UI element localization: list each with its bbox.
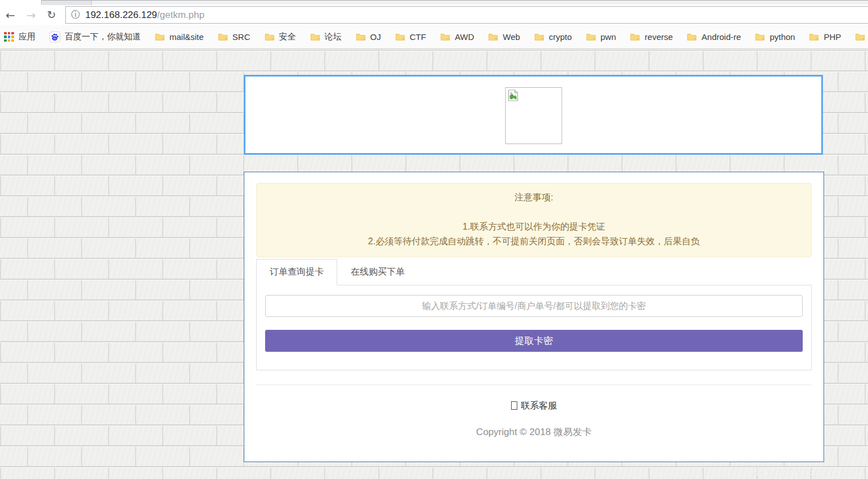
page-background-brick-wall: 注意事项: 1.联系方式也可以作为你的提卡凭证 2.必须等待付款完成自动跳转，不… [0,50,868,479]
notice-line-2: 2.必须等待付款完成自动跳转，不可提前关闭页面，否则会导致订单失效，后果自负 [262,234,806,249]
missing-glyph-icon [511,401,517,410]
chrome-apps-icon [4,32,14,42]
bookmark-label: crypto [549,32,572,42]
bookmark-folder-icon [755,33,765,41]
bookmark-label: 应用 [19,32,35,42]
copyright-text: Copyright © 2018 微易发卡 [244,426,824,438]
bookmark-item-python[interactable]: python [755,32,795,42]
bookmark-folder-icon [218,33,228,41]
tab-buy-online[interactable]: 在线购买下单 [337,259,418,285]
browser-tab-strip [0,0,868,5]
bookmark-folder-icon [310,33,320,41]
tab-bar: 订单查询提卡 在线购买下单 [256,258,812,285]
page-info-icon[interactable]: ⓘ [71,9,80,21]
bookmark-folder-icon [155,33,165,41]
bookmark-label: SRC [232,32,250,42]
bookmark-item-百度一下-你就知道[interactable]: du 百度一下，你就知道 [50,32,141,42]
url-host: 192.168.226.129 [85,10,157,21]
browser-toolbar: ← → ↻ ⓘ 192.168.226.129/getkm.php [0,5,868,25]
bookmark-item-ctf[interactable]: CTF [395,32,426,42]
bookmark-folder-icon [265,33,275,41]
tab-content: 提取卡密 [256,285,812,370]
bookmark-folder-icon [809,33,819,41]
bookmark-label: 安全 [279,32,296,42]
notice-title: 注意事项: [262,190,806,205]
bookmark-label: pwn [601,32,616,42]
bookmark-item-awd[interactable]: AWD [440,32,474,42]
bookmark-label: 百度一下，你就知道 [65,32,141,42]
bookmark-label: Android-re [701,32,741,42]
bookmark-item-安全[interactable]: 安全 [265,32,296,42]
banner-box [244,75,823,155]
bookmark-label: Web [503,32,520,42]
bookmark-label: reverse [645,32,673,42]
broken-image-icon [507,89,518,102]
bookmark-item-reverse[interactable]: reverse [630,32,673,42]
bookmark-label: 论坛 [325,32,342,42]
bookmark-folder-icon [440,33,450,41]
contact-service-label: 联系客服 [521,401,557,410]
footer-divider [256,384,812,385]
bookmark-item-web[interactable]: Web [488,32,520,42]
bookmark-folder-icon [488,33,498,41]
bookmark-label: PHP [824,32,841,42]
bookmark-item-crypto[interactable]: crypto [534,32,572,42]
bookmark-label: python [769,32,795,42]
anquanke-watermark: 安全客（www.anquanke.com） [745,467,863,478]
bookmark-item-oj[interactable]: OJ [356,32,381,42]
bookmark-item-mail&site[interactable]: mail&site [155,32,204,42]
browser-active-tab[interactable] [0,0,42,5]
bookmark-label: CTF [410,32,426,42]
bookmark-item-php[interactable]: PHP [809,32,841,42]
bookmark-label: OJ [370,32,381,42]
bookmark-label: AWD [455,32,474,42]
bookmarks-bar: 应用 du 百度一下，你就知道 mail&site SRC 安全 论坛 OJ C… [0,25,868,49]
address-bar[interactable]: ⓘ 192.168.226.129/getkm.php [65,6,868,24]
bookmark-folder-icon [630,33,640,41]
bookmark-item-clipped[interactable] [855,33,865,41]
extract-card-button[interactable]: 提取卡密 [265,330,803,352]
bookmark-item-src[interactable]: SRC [218,32,250,42]
reload-icon[interactable]: ↻ [42,10,62,20]
forward-icon[interactable]: → [21,10,42,21]
notice-alert: 注意事项: 1.联系方式也可以作为你的提卡凭证 2.必须等待付款完成自动跳转，不… [256,183,812,257]
tab-order-query[interactable]: 订单查询提卡 [256,259,337,285]
notice-line-1: 1.联系方式也可以作为你的提卡凭证 [262,220,806,234]
baidu-favicon: du [50,32,60,42]
back-icon[interactable]: ← [0,10,21,21]
bookmark-folder-icon [356,33,366,41]
card-query-input[interactable] [265,295,803,317]
broken-image-placeholder [505,87,562,144]
bookmark-item-论坛[interactable]: 论坛 [310,32,342,42]
bookmark-folder-icon [855,33,865,41]
bookmark-item-pwn[interactable]: pwn [586,32,616,42]
bookmark-folder-icon [586,33,596,41]
bookmark-item-应用[interactable]: 应用 [4,32,35,42]
bookmark-label: mail&site [169,32,204,42]
getkm-card: 注意事项: 1.联系方式也可以作为你的提卡凭证 2.必须等待付款完成自动跳转，不… [244,172,824,462]
bookmark-folder-icon [534,33,544,41]
browser-background-tab[interactable] [42,1,92,5]
url-path: /getkm.php [157,10,204,21]
browser-window: ← → ↻ ⓘ 192.168.226.129/getkm.php 应用 du … [0,0,868,49]
bookmark-folder-icon [395,33,405,41]
bookmark-item-android-re[interactable]: Android-re [687,32,741,42]
bookmark-folder-icon [687,33,697,41]
contact-service-link[interactable]: 联系客服 [244,400,824,412]
svg-text:du: du [53,37,57,40]
